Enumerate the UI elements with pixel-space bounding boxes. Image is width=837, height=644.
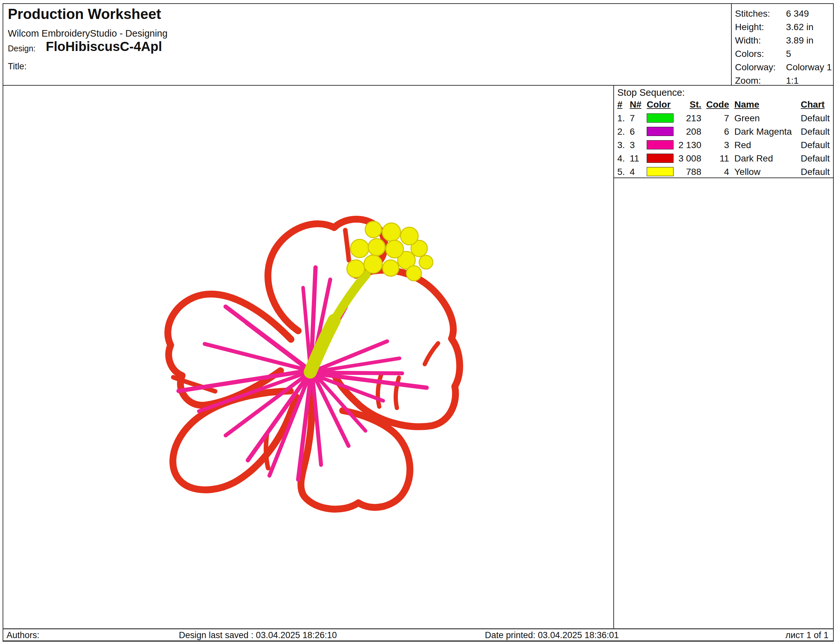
- stamens: [179, 267, 427, 480]
- stamen: [303, 288, 310, 364]
- color-name: Red: [734, 138, 751, 152]
- chart-name: Default: [801, 152, 830, 165]
- needle-num: 3: [630, 138, 635, 152]
- hibiscus-design-preview: [150, 209, 471, 520]
- row-index: 1.: [617, 111, 625, 125]
- color-code: 3: [705, 138, 729, 152]
- column-header-code: Code: [705, 98, 729, 111]
- stamen-knots: [347, 221, 433, 281]
- chart-name: Default: [801, 165, 830, 179]
- design-name: FloHibiscusC-4Apl: [46, 39, 162, 54]
- stitch-count: 213: [662, 111, 701, 125]
- stamen: [317, 373, 402, 373]
- row-index: 4.: [617, 152, 625, 165]
- title-label: Title:: [8, 61, 27, 72]
- info-value: 6 349: [786, 7, 809, 20]
- chart-name: Default: [801, 111, 830, 125]
- color-code: 4: [705, 165, 729, 179]
- color-name: Green: [734, 111, 760, 125]
- knot: [364, 255, 382, 273]
- knot: [368, 239, 385, 256]
- info-value: 3.62 in: [786, 20, 814, 34]
- petal-bottom-fork-vein-1: [377, 374, 381, 407]
- knot: [419, 255, 433, 269]
- column-header-n: N#: [630, 98, 642, 111]
- knot: [351, 239, 369, 257]
- chart-name: Default: [801, 125, 830, 138]
- column-header-st: St.: [662, 98, 701, 111]
- knot: [406, 266, 422, 281]
- info-value: Colorway 1: [786, 61, 832, 74]
- needle-num: 6: [630, 125, 635, 138]
- color-code: 7: [705, 111, 729, 125]
- chart-name: Default: [801, 138, 830, 152]
- row-index: 3.: [617, 138, 625, 152]
- sheet-page-indicator: лист 1 of 1: [785, 630, 829, 640]
- color-code: 11: [705, 152, 729, 165]
- knot: [382, 260, 399, 276]
- stop-sequence-row-3: 3. 3 2 130 3 Red Default: [614, 138, 834, 152]
- knot: [386, 240, 404, 258]
- stop-sequence-row-1: 1. 7 213 7 Green Default: [614, 111, 834, 125]
- info-label: Colorway:: [735, 61, 776, 74]
- row-index: 2.: [617, 125, 625, 138]
- row-index: 5.: [617, 165, 625, 179]
- stop-sequence-row-2: 2. 6 208 6 Dark Magenta Default: [614, 125, 834, 138]
- info-label: Colors:: [735, 47, 764, 61]
- knot: [347, 260, 364, 277]
- needle-num: 7: [630, 111, 635, 125]
- knot: [382, 223, 400, 241]
- pistil-tip: [332, 275, 366, 324]
- color-name: Dark Red: [734, 152, 773, 165]
- column-header-num: #: [617, 98, 622, 111]
- info-value: 1:1: [786, 74, 799, 87]
- column-header-name: Name: [734, 98, 759, 111]
- info-label: Stitches:: [735, 7, 770, 20]
- color-name: Dark Magenta: [734, 125, 792, 138]
- app-subtitle: Wilcom EmbroideryStudio - Designing: [8, 28, 167, 39]
- stop-sequence-row-5: 5. 4 788 4 Yellow Default: [614, 165, 834, 179]
- stop-sequence-header-row: # N# Color St. Code Name Chart: [614, 98, 834, 111]
- design-label: Design:: [8, 44, 36, 53]
- stop-sequence-title: Stop Sequence:: [617, 87, 684, 98]
- petal-top-vein: [345, 230, 349, 260]
- info-label: Height:: [735, 20, 764, 34]
- petal-lower-left-vein: [266, 435, 268, 468]
- stitch-count: 788: [662, 165, 701, 179]
- needle-num: 4: [630, 165, 635, 179]
- petal-right-vein: [425, 343, 438, 364]
- info-label: Zoom:: [735, 74, 761, 87]
- color-name: Yellow: [734, 165, 760, 179]
- color-code: 6: [705, 125, 729, 138]
- needle-num: 11: [630, 152, 639, 165]
- date-printed-text: Date printed: 03.04.2025 18:36:01: [485, 630, 619, 640]
- stitch-count: 208: [662, 125, 701, 138]
- knot: [400, 227, 418, 245]
- column-header-chart: Chart: [801, 98, 825, 111]
- info-value: 3.89 in: [786, 34, 814, 47]
- pistil: [310, 275, 366, 372]
- authors-label: Authors:: [7, 630, 39, 640]
- stitch-count: 3 008: [662, 152, 701, 165]
- page-title: Production Worksheet: [8, 6, 161, 22]
- info-value: 5: [786, 47, 791, 61]
- design-info-box: Stitches: 6 349 Height: 3.62 in Width: 3…: [731, 4, 833, 85]
- stitch-count: 2 130: [662, 138, 701, 152]
- right-panel: Stop Sequence: # N# Color St. Code Name …: [613, 86, 834, 628]
- production-worksheet-page: Production Worksheet Wilcom EmbroiderySt…: [0, 0, 837, 644]
- knot: [365, 221, 382, 238]
- stop-sequence-row-4: 4. 11 3 008 11 Dark Red Default: [614, 152, 834, 165]
- last-saved-text: Design last saved : 03.04.2025 18:26:10: [179, 630, 337, 640]
- info-label: Width:: [735, 34, 761, 47]
- footer-bar: Authors: Design last saved : 03.04.2025 …: [3, 628, 834, 642]
- stop-sequence-panel: Stop Sequence: # N# Color St. Code Name …: [614, 86, 834, 178]
- header-box: Production Worksheet Wilcom EmbroiderySt…: [3, 3, 834, 86]
